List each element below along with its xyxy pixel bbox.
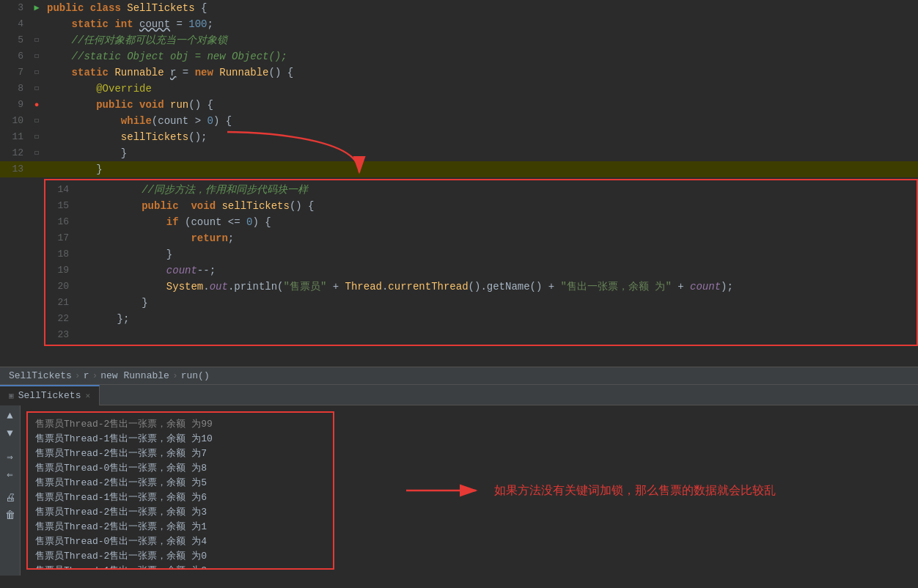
console-output-line: 售票员Thread-2售出一张票，余额 为7	[35, 446, 326, 461]
code-content: }	[89, 295, 917, 311]
breadcrumb-sep: ›	[172, 370, 178, 381]
code-line: 8◻ @Override	[0, 81, 918, 97]
console-tab-close[interactable]: ✕	[85, 391, 90, 400]
code-content: //static Object obj = new Object();	[44, 48, 918, 65]
fold-icon[interactable]: ◻	[34, 48, 39, 65]
code-line: 17 return;	[45, 230, 917, 246]
code-content: public class SellTickets {	[44, 0, 918, 16]
code-content: //同步方法，作用和同步代码块一样	[89, 182, 917, 198]
code-lines: 3▶public class SellTickets {4 static int…	[0, 0, 918, 348]
code-content: count--;	[89, 262, 917, 279]
console-tab-icon: ▣	[9, 391, 14, 400]
line-gutter: ◻	[29, 32, 44, 48]
line-number: 9	[0, 97, 29, 113]
line-number: 23	[45, 327, 75, 343]
console-annotation-area: 如果方法没有关键词加锁，那么售票的数据就会比较乱	[340, 405, 918, 576]
line-number: 20	[45, 279, 75, 295]
console-output-line: 售票员Thread-0售出一张票，余额 为8	[35, 461, 326, 476]
code-content: if (count <= 0) {	[89, 214, 917, 230]
console-tab-sellticktes[interactable]: ▣ SellTickets ✕	[0, 385, 100, 405]
code-line: 7◻ static Runnable r = new Runnable() {	[0, 65, 918, 81]
code-line: 14 //同步方法，作用和同步代码块一样	[45, 182, 917, 198]
scroll-down-button[interactable]: ▼	[3, 426, 18, 441]
console-output-line: 售票员Thread-1售出一张票，余额 为10	[35, 432, 326, 446]
breadcrumb-item[interactable]: SellTickets	[9, 370, 72, 381]
run-gutter-icon[interactable]: ▶	[34, 0, 39, 16]
line-number: 6	[0, 48, 29, 65]
method-highlight-box: 14 //同步方法，作用和同步代码块一样15 public void sellT…	[44, 179, 918, 346]
code-line: 15 public void sellTickets() {	[45, 198, 917, 214]
breadcrumb-item[interactable]: run()	[181, 370, 210, 381]
console-output-line: 售票员Thread-1售出一张票，余额 为6	[35, 490, 326, 505]
line-number: 18	[45, 246, 75, 262]
editor-area: 3▶public class SellTickets {4 static int…	[0, 0, 918, 367]
breadcrumb-item[interactable]: r	[84, 370, 89, 381]
console-output-line: 售票员Thread-2售出一张票，余额 为0	[35, 549, 326, 564]
line-number: 21	[45, 295, 75, 311]
code-line: 16 if (count <= 0) {	[45, 214, 917, 230]
line-number: 17	[45, 230, 75, 246]
console-tab-bar: ▣ SellTickets ✕	[0, 385, 918, 405]
breakpoint-icon[interactable]: ●	[34, 97, 40, 113]
console-btn-3[interactable]: ⇒	[3, 449, 18, 464]
code-content: static Runnable r = new Runnable() {	[44, 65, 918, 81]
fold-icon[interactable]: ◻	[34, 65, 39, 81]
fold-icon[interactable]: ◻	[34, 81, 39, 97]
code-line: 19 count--;	[45, 262, 917, 279]
code-line: 10◻ while(count > 0) {	[0, 113, 918, 129]
code-line: 22 };	[45, 311, 917, 327]
line-number: 19	[45, 262, 75, 279]
line-number: 8	[0, 81, 29, 97]
line-number: 3	[0, 0, 29, 16]
console-area: ▣ SellTickets ✕ ▲ ▼ ⇒ ⇐ 🖨 🗑 售票员Thread-2售…	[0, 385, 918, 576]
code-line: 20 System.out.println("售票员" + Thread.cur…	[45, 279, 917, 295]
code-content: @Override	[44, 81, 918, 97]
line-number: 15	[45, 198, 75, 214]
code-line: 23	[45, 327, 917, 343]
console-btn-4[interactable]: ⇐	[3, 467, 18, 482]
code-line: 9● public void run() {	[0, 97, 918, 113]
console-output-box: 售票员Thread-2售出一张票，余额 为99售票员Thread-1售出一张票，…	[26, 411, 334, 570]
line-number: 5	[0, 32, 29, 48]
console-output-wrapper: 售票员Thread-2售出一张票，余额 为99售票员Thread-1售出一张票，…	[21, 405, 918, 576]
line-gutter: ▶	[29, 0, 44, 16]
console-output-line: 售票员Thread-0售出一张票，余额 为4	[35, 534, 326, 549]
code-content: sellTickets();	[44, 129, 918, 145]
breadcrumb-sep: ›	[92, 370, 98, 381]
console-btn-6[interactable]: 🗑	[3, 508, 18, 523]
code-line: 3▶public class SellTickets {	[0, 0, 918, 16]
code-content: public void run() {	[44, 97, 918, 113]
breadcrumb-item[interactable]: new Runnable	[100, 370, 169, 381]
console-output-line: 售票员Thread-2售出一张票，余额 为3	[35, 505, 326, 520]
console-tab-label: SellTickets	[18, 390, 81, 401]
line-number: 12	[0, 145, 29, 161]
code-content: System.out.println("售票员" + Thread.curren…	[89, 279, 917, 295]
line-number: 22	[45, 311, 75, 327]
line-gutter: ◻	[29, 48, 44, 65]
line-gutter: ◻	[29, 113, 44, 129]
breadcrumb-bar: SellTickets › r › new Runnable › run()	[0, 367, 918, 385]
code-content: }	[44, 145, 918, 161]
fold-icon[interactable]: ◻	[34, 129, 39, 145]
scroll-up-button[interactable]: ▲	[3, 408, 18, 423]
line-number: 14	[45, 182, 75, 198]
console-output-line: 售票员Thread-1售出一张票，余额 为2	[35, 564, 326, 570]
code-content: //任何对象都可以充当一个对象锁	[44, 32, 918, 48]
code-line: 11◻ sellTickets();	[0, 129, 918, 145]
code-line: 21 }	[45, 295, 917, 311]
line-gutter: ●	[29, 97, 44, 113]
console-btn-5[interactable]: 🖨	[3, 490, 18, 505]
code-content: }	[44, 161, 918, 177]
fold-icon[interactable]: ◻	[34, 113, 39, 129]
fold-icon[interactable]: ◻	[34, 32, 39, 48]
line-gutter: ◻	[29, 145, 44, 161]
console-body: ▲ ▼ ⇒ ⇐ 🖨 🗑 售票员Thread-2售出一张票，余额 为99售票员Th…	[0, 405, 918, 576]
code-line: 6◻ //static Object obj = new Object();	[0, 48, 918, 65]
line-number: 7	[0, 65, 29, 81]
code-line: 18 }	[45, 246, 917, 262]
console-arrow	[399, 476, 487, 505]
line-gutter: ◻	[29, 65, 44, 81]
code-content: static int count = 100;	[44, 16, 918, 32]
fold-icon[interactable]: ◻	[34, 145, 39, 161]
code-line: 12◻ }	[0, 145, 918, 161]
